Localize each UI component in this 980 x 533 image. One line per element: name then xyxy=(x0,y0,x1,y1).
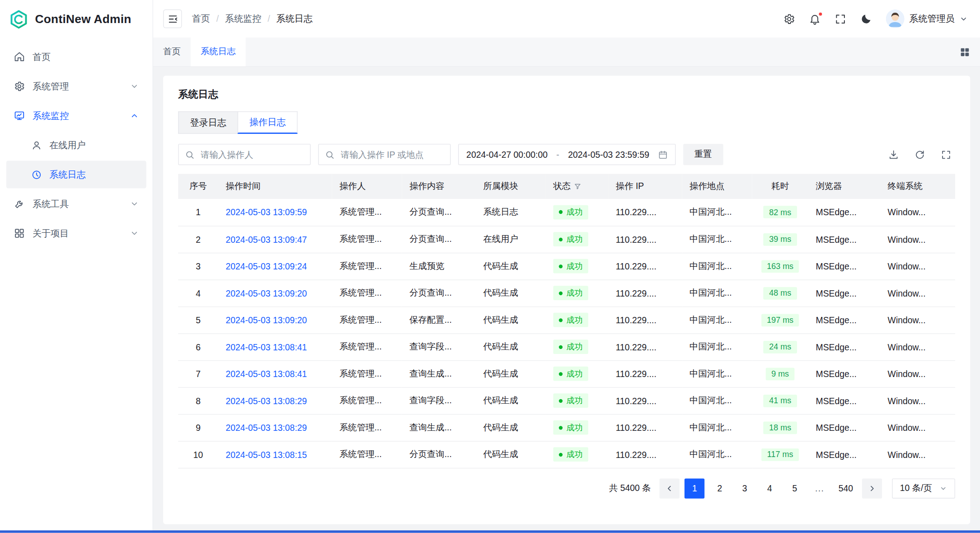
tab-system-logs[interactable]: 系统日志 xyxy=(191,38,246,66)
time-link[interactable]: 2024-05-03 13:08:41 xyxy=(225,342,307,352)
tab-login-logs[interactable]: 登录日志 xyxy=(178,111,238,134)
sidebar-item-label: 关于项目 xyxy=(33,227,69,239)
table-row: 102024-05-03 13:08:15系统管理...分页查询...代码生成成… xyxy=(178,441,955,467)
breadcrumb-system-monitoring[interactable]: 系统监控 xyxy=(225,13,261,24)
cell-status: 成功 xyxy=(546,279,608,306)
breadcrumb-home[interactable]: 首页 xyxy=(192,13,210,24)
dark-mode-toggle[interactable] xyxy=(860,13,872,24)
time-link[interactable]: 2024-05-03 13:08:29 xyxy=(225,423,307,433)
cell-browser: MSEdge... xyxy=(808,387,880,414)
ip-search-input[interactable] xyxy=(339,149,444,160)
sidebar-item-about-project[interactable]: 关于项目 xyxy=(6,220,146,247)
cell-browser: MSEdge... xyxy=(808,360,880,387)
duration-badge: 48 ms xyxy=(764,287,797,299)
user-menu[interactable]: 系统管理员 xyxy=(886,9,968,28)
menu-collapse-button[interactable] xyxy=(163,9,182,28)
page-size-select[interactable]: 10 条/页 xyxy=(892,478,955,498)
sidebar-item-online-users[interactable]: 在线用户 xyxy=(6,132,146,159)
fullscreen-button[interactable] xyxy=(834,13,846,24)
monitor-icon xyxy=(14,110,25,121)
grid-icon xyxy=(14,228,25,239)
page-button[interactable]: 5 xyxy=(785,478,805,498)
cell-os: Window... xyxy=(880,307,955,333)
expand-button[interactable] xyxy=(937,145,956,164)
time-link[interactable]: 2024-05-03 13:09:20 xyxy=(225,315,307,325)
cell-browser: MSEdge... xyxy=(808,307,880,333)
status-badge: 成功 xyxy=(553,259,588,274)
cell-duration: 39 ms xyxy=(752,226,808,252)
col-status: 状态 xyxy=(546,174,608,199)
col-time: 操作时间 xyxy=(218,174,332,199)
time-link[interactable]: 2024-05-03 13:09:59 xyxy=(225,207,307,217)
sidebar-item-system-tools[interactable]: 系统工具 xyxy=(6,190,146,218)
cell-browser: MSEdge... xyxy=(808,253,880,279)
content: 系统日志 登录日志 操作日志 xyxy=(153,67,980,533)
gear-icon xyxy=(14,80,25,92)
reset-button[interactable]: 重置 xyxy=(683,144,723,165)
refresh-button[interactable] xyxy=(910,145,929,164)
time-link[interactable]: 2024-05-03 13:08:29 xyxy=(225,396,307,406)
ip-search-field xyxy=(318,144,450,165)
app-logo[interactable]: ContiNew Admin xyxy=(0,0,153,39)
next-page-button[interactable] xyxy=(862,478,882,498)
cell-module: 代码生成 xyxy=(476,387,546,414)
sidebar-item-system-monitoring[interactable]: 系统监控 xyxy=(6,102,146,130)
cell-operator: 系统管理... xyxy=(332,414,402,441)
time-link[interactable]: 2024-05-03 13:08:15 xyxy=(225,449,307,459)
date-start-value: 2024-04-27 00:00:00 xyxy=(466,150,548,160)
page-button[interactable]: 3 xyxy=(735,478,755,498)
cell-location: 中国河北... xyxy=(682,333,752,360)
page-button[interactable]: 1 xyxy=(685,478,704,498)
time-link[interactable]: 2024-05-03 13:08:41 xyxy=(225,369,307,379)
cell-no: 4 xyxy=(178,279,218,306)
cell-status: 成功 xyxy=(546,414,608,441)
sidebar-item-home[interactable]: 首页 xyxy=(6,43,146,71)
time-link[interactable]: 2024-05-03 13:09:47 xyxy=(225,234,307,244)
cell-os: Window... xyxy=(880,253,955,279)
page-ellipsis-button[interactable]: ... xyxy=(810,478,830,498)
cell-duration: 197 ms xyxy=(752,307,808,333)
date-end-value: 2024-05-03 23:59:59 xyxy=(568,150,649,160)
app-window: ContiNew Admin 首页 系统管理 xyxy=(0,0,980,533)
operator-search-input[interactable] xyxy=(199,149,304,160)
log-type-tabs: 登录日志 操作日志 xyxy=(178,111,955,134)
date-range-picker[interactable]: 2024-04-27 00:00:00 - 2024-05-03 23:59:5… xyxy=(458,144,675,165)
prev-page-button[interactable] xyxy=(660,478,680,498)
sidebar-item-system-management[interactable]: 系统管理 xyxy=(6,72,146,100)
cell-operator: 系统管理... xyxy=(332,387,402,414)
status-badge: 成功 xyxy=(553,205,588,219)
download-button[interactable] xyxy=(884,145,903,164)
cell-time: 2024-05-03 13:08:15 xyxy=(218,441,332,467)
sidebar-menu: 首页 系统管理 系统监控 xyxy=(0,39,153,251)
col-module: 所属模块 xyxy=(476,174,546,199)
cell-status: 成功 xyxy=(546,253,608,279)
cell-time: 2024-05-03 13:09:47 xyxy=(218,226,332,252)
cell-os: Window... xyxy=(880,441,955,467)
cell-operator: 系统管理... xyxy=(332,226,402,252)
page-button[interactable]: 4 xyxy=(760,478,779,498)
status-badge: 成功 xyxy=(553,393,588,408)
sidebar-item-system-logs[interactable]: 系统日志 xyxy=(6,161,146,189)
breadcrumb-separator: / xyxy=(267,14,270,24)
cell-duration: 82 ms xyxy=(752,199,808,226)
filter-funnel-icon[interactable] xyxy=(574,183,581,190)
time-link[interactable]: 2024-05-03 13:09:24 xyxy=(225,261,307,271)
page-button[interactable]: 540 xyxy=(835,478,857,498)
cell-status: 成功 xyxy=(546,226,608,252)
notifications-button[interactable] xyxy=(809,13,821,24)
tab-home[interactable]: 首页 xyxy=(153,38,191,66)
status-badge: 成功 xyxy=(553,367,588,381)
cell-os: Window... xyxy=(880,226,955,252)
duration-badge: 41 ms xyxy=(764,394,797,407)
tab-operation-logs[interactable]: 操作日志 xyxy=(238,111,298,134)
apps-grid-icon[interactable] xyxy=(950,38,980,66)
pagination: 共 5400 条 12345...540 10 条/页 xyxy=(178,478,955,498)
page-button[interactable]: 2 xyxy=(710,478,730,498)
time-link[interactable]: 2024-05-03 13:09:20 xyxy=(225,288,307,298)
cell-content: 生成预览 xyxy=(402,253,476,279)
duration-badge: 18 ms xyxy=(764,421,797,434)
cell-operator: 系统管理... xyxy=(332,279,402,306)
cell-location: 中国河北... xyxy=(682,226,752,252)
cell-browser: MSEdge... xyxy=(808,226,880,252)
settings-button[interactable] xyxy=(783,13,795,24)
